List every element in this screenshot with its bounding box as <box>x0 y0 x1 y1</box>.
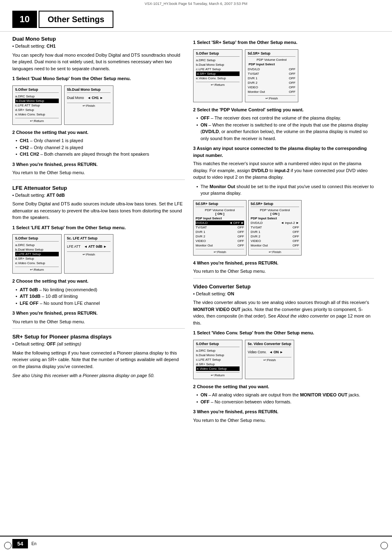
lfe-osd-right-row: LFE ATT ◄ ATT 0dB ► <box>67 243 111 250</box>
sr-osd-left: 5.Other Setup a.DRC Setup b.Dual Mono Se… <box>193 49 242 102</box>
lfe-title: LFE Attenuator Setup <box>12 185 185 191</box>
sr-osd-pair-left: 5d.SR+ Setup PDP Volume Control [ ON ] P… <box>193 200 247 256</box>
lfe-osd-dual: b.Dual Mono Setup <box>15 247 59 252</box>
left-column: Dual Mono Setup • Default setting: CH1 Y… <box>12 36 185 426</box>
lfe-step1: 1 Select 'LFE ATT Setup' from the Other … <box>12 224 185 231</box>
lfe-osd-right: 5c. LFE ATT Setup LFE ATT ◄ ATT 0dB ► ↩:… <box>64 234 113 274</box>
dual-mono-osd-right-row: Dual Mono ◄ CH1 ► <box>67 94 111 101</box>
corner-decoration-br <box>380 542 388 549</box>
sr-monitor-out-note: The Monitor Out should be set to the inp… <box>196 183 374 197</box>
vid-conv-on: ON – All analog video signals are output… <box>196 391 374 398</box>
bullet-ch2: CH2 – Only channel 2 is played <box>16 144 185 151</box>
bullet-ch1: CH1 – Only channel 1 is played <box>16 137 185 144</box>
osd-item-vidconv: e.Video Conv. Setup <box>15 112 59 117</box>
vid-conv-step2: 2 Choose the setting that you want. <box>193 383 374 390</box>
vid-conv-default: • Default setting: ON <box>193 290 374 297</box>
lfe-osd-left-title: 5.Other Setup <box>15 236 59 242</box>
chapter-title-box: Other Settings <box>39 11 113 28</box>
page-header: VSX-1017_HY.book Page 54 Tuesday, March … <box>0 0 392 32</box>
dual-mono-osd: 5.Other Setup a.DRC Setup b.Dual Mono Se… <box>12 85 185 125</box>
dual-mono-osd-right-footer: ↩:Finish <box>67 103 111 108</box>
dual-mono-osd-left: 5.Other Setup a.DRC Setup b.Dual Mono Se… <box>12 85 62 125</box>
dual-mono-step1: 1 Select 'Dual Mono Setup' from the Othe… <box>12 75 185 82</box>
lfe-osd-left-footer: ↩:Return <box>15 267 59 272</box>
sr-osd-pair: 5d.SR+ Setup PDP Volume Control [ ON ] P… <box>193 200 374 256</box>
lfe-osd-left: 5.Other Setup a.DRC Setup b.Dual Mono Se… <box>12 234 62 274</box>
sr-body1: Make the following settings if you have … <box>12 350 185 370</box>
vid-conv-osd-left: 5.Other Setup a.DRC Setup b.Dual Mono Se… <box>193 340 242 379</box>
sr-default: • Default setting: OFF (all settings) <box>12 341 185 348</box>
sr-osd: 5.Other Setup a.DRC Setup b.Dual Mono Se… <box>193 49 374 102</box>
language-label: En <box>31 541 36 546</box>
sr-osd-right-title: 5d.SR+ Setup <box>248 51 295 57</box>
bullet-att10: ATT 10dB – 10 dB of limiting <box>16 293 185 300</box>
dual-mono-step3: 3 When you're finished, press RETURN. <box>12 161 185 168</box>
main-content: Dual Mono Setup • Default setting: CH1 Y… <box>0 32 392 430</box>
dual-mono-step3-body: You return to the Other Setup menu. <box>12 169 185 176</box>
sr-step1: 1 Select 'SR+ Setup' from the Other Setu… <box>193 39 374 46</box>
lfe-step3: 3 When you're finished, press RETURN. <box>12 310 185 317</box>
dual-mono-osd-right: 5b.Dual Mono Setup Dual Mono ◄ CH1 ► ↩:F… <box>64 85 113 125</box>
corner-decoration-bl <box>4 542 12 549</box>
right-column: 1 Select 'SR+ Setup' from the Other Setu… <box>193 36 374 426</box>
lfe-osd-drc: a.DRC Setup <box>15 243 59 247</box>
osd-item-drc: a.DRC Setup <box>15 94 59 99</box>
lfe-osd-right-title: 5c. LFE ATT Setup <box>67 236 111 242</box>
osd-item-dual-selected: b.Dual Mono Setup <box>15 99 59 103</box>
sr-step3-body: This matches the receiver's input source… <box>193 160 374 181</box>
dual-mono-body: You can specify how dual mono encoded Do… <box>12 52 185 72</box>
bullet-lfe-off: LFE OFF – No sound from LFE channel <box>16 300 185 307</box>
lfe-osd-sr: d.SR+ Setup <box>15 256 59 261</box>
lfe-default: • Default setting: ATT 0dB <box>12 192 185 199</box>
divider-1 <box>12 180 185 180</box>
vid-conv-osd-selected: e.Video Conv. Setup <box>196 366 240 371</box>
sr-osd-sr-selected: d.SR+ Setup <box>196 71 240 76</box>
dual-mono-osd-right-title: 5b.Dual Mono Setup <box>67 88 111 93</box>
chapter-title: Other Settings <box>48 15 104 24</box>
sr-osd-right: 5d.SR+ Setup PDP Volume Control PDP Inpu… <box>245 49 298 102</box>
lfe-osd-vid: e.Video Conv. Setup <box>15 261 59 265</box>
sr-bullet-off: OFF – The receiver does not control the … <box>196 115 374 122</box>
page-footer: 54 En <box>0 536 392 551</box>
sr-osd-left-title: 5.Other Setup <box>196 51 240 57</box>
sr-step4-body: You return to the Other Setup menu. <box>193 268 374 275</box>
lfe-bullets: ATT 0dB – No limiting (recommended) ATT … <box>12 286 185 307</box>
dual-mono-osd-left-footer: ↩:Return <box>15 118 59 123</box>
file-info: VSX-1017_HY.book Page 54 Tuesday, March … <box>145 2 247 6</box>
osd-item-sr: d.SR+ Setup <box>15 108 59 112</box>
sr-step4: 4 When you're finished, press RETURN. <box>193 260 374 267</box>
sr-step3-bullets: The Monitor Out should be set to the inp… <box>193 183 374 197</box>
sr-title: SR+ Setup for Pioneer plasma displays <box>12 334 185 340</box>
lfe-osd: 5.Other Setup a.DRC Setup b.Dual Mono Se… <box>12 234 185 274</box>
page-number: 54 <box>12 539 28 548</box>
lfe-osd-lfe-selected: c.LFE ATT Setup <box>15 252 59 256</box>
lfe-osd-right-footer: ↩:Finish <box>67 251 111 256</box>
sr-bullets: OFF – The receiver does not control the … <box>193 115 374 142</box>
vid-conv-title: Video Converter Setup <box>193 283 374 290</box>
bullet-ch1ch2: CH1 CH2 – Both channels are played throu… <box>16 151 185 158</box>
chapter-number: 10 <box>12 11 37 28</box>
vid-conv-osd: 5.Other Setup a.DRC Setup b.Dual Mono Se… <box>193 340 374 379</box>
vid-conv-body: The video converter allows you to see an… <box>193 299 374 326</box>
lfe-step2: 2 Choose the setting that you want. <box>12 278 185 285</box>
sr-body2: See also Using this receiver with a Pion… <box>12 372 185 379</box>
sr-bullet-on: ON – When the receiver is switched to on… <box>196 122 374 142</box>
lfe-step3-body: You return to the Other Setup menu. <box>12 318 185 325</box>
sr-step2: 2 Select the 'PDP Volume Control' settin… <box>193 106 374 113</box>
bullet-att0: ATT 0dB – No limiting (recommended) <box>16 286 185 293</box>
vid-conv-off: OFF – No conversion between video format… <box>196 398 374 405</box>
lfe-body: Some Dolby Digital and DTS audio sources… <box>12 200 185 221</box>
divider-3 <box>193 278 374 279</box>
dual-mono-osd-left-title: 5.Other Setup <box>15 88 59 93</box>
dual-mono-bullets: CH1 – Only channel 1 is played CH2 – Onl… <box>12 137 185 158</box>
divider-2 <box>12 328 185 329</box>
vid-conv-bullets: ON – All analog video signals are output… <box>193 391 374 405</box>
vid-conv-step3-body: You return to the Other Setup menu. <box>193 417 374 424</box>
sr-osd-pair-right: 5d.SR+ Setup PDP Volume Control [ ON ] P… <box>248 200 302 256</box>
dual-mono-title: Dual Mono Setup <box>12 36 185 42</box>
osd-item-lfe: c.LFE ATT Setup <box>15 103 59 108</box>
dual-mono-step2: 2 Choose the setting that you want. <box>12 129 185 136</box>
vid-conv-osd-right: 5e. Video Converter Setup Video Conv. ◄ … <box>245 340 294 379</box>
sr-step3: 3 Assign any input source connected to t… <box>193 145 374 159</box>
dual-mono-default: • Default setting: CH1 <box>12 43 185 50</box>
